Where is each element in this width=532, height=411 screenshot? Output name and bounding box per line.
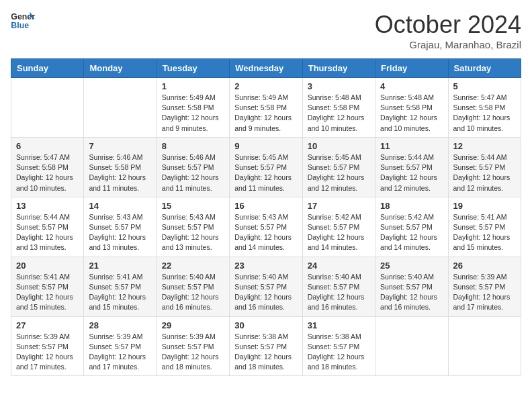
day-number: 2 [234,81,297,91]
calendar-table: SundayMondayTuesdayWednesdayThursdayFrid… [11,58,521,376]
calendar-cell: 18Sunrise: 5:42 AM Sunset: 5:57 PM Dayli… [375,197,448,257]
day-number: 9 [234,141,297,151]
calendar-cell: 11Sunrise: 5:44 AM Sunset: 5:57 PM Dayli… [375,137,448,197]
calendar-cell: 9Sunrise: 5:45 AM Sunset: 5:57 PM Daylig… [230,137,302,197]
day-info: Sunrise: 5:40 AM Sunset: 5:57 PM Dayligh… [308,272,370,313]
day-of-week-header: Thursday [302,59,375,78]
calendar-week-row: 13Sunrise: 5:44 AM Sunset: 5:57 PM Dayli… [11,197,521,257]
day-of-week-header: Monday [84,59,157,78]
calendar-cell: 3Sunrise: 5:48 AM Sunset: 5:58 PM Daylig… [302,78,375,138]
calendar-cell: 7Sunrise: 5:46 AM Sunset: 5:58 PM Daylig… [84,137,157,197]
title-block: October 2024 Grajau, Maranhao, Brazil [375,11,521,50]
day-info: Sunrise: 5:41 AM Sunset: 5:57 PM Dayligh… [16,272,79,313]
calendar-cell: 31Sunrise: 5:38 AM Sunset: 5:57 PM Dayli… [302,316,375,376]
day-number: 21 [89,261,151,271]
day-number: 8 [162,141,224,151]
calendar-cell: 12Sunrise: 5:44 AM Sunset: 5:57 PM Dayli… [448,137,521,197]
calendar-cell: 22Sunrise: 5:40 AM Sunset: 5:57 PM Dayli… [157,257,229,316]
day-number: 26 [453,261,516,271]
calendar-cell: 5Sunrise: 5:47 AM Sunset: 5:58 PM Daylig… [448,78,521,138]
calendar-cell: 1Sunrise: 5:49 AM Sunset: 5:58 PM Daylig… [157,78,229,138]
day-number: 30 [234,320,297,330]
day-number: 16 [234,201,297,211]
day-number: 29 [162,320,224,330]
day-of-week-header: Wednesday [230,59,302,78]
calendar-cell: 23Sunrise: 5:40 AM Sunset: 5:57 PM Dayli… [230,257,302,316]
day-number: 1 [162,81,224,91]
day-info: Sunrise: 5:41 AM Sunset: 5:57 PM Dayligh… [89,272,151,313]
logo-icon: General Blue [11,11,35,31]
day-of-week-header: Tuesday [157,59,229,78]
day-info: Sunrise: 5:39 AM Sunset: 5:57 PM Dayligh… [453,272,516,313]
month-title: October 2024 [375,11,521,39]
day-info: Sunrise: 5:49 AM Sunset: 5:58 PM Dayligh… [234,93,297,134]
calendar-cell: 8Sunrise: 5:46 AM Sunset: 5:57 PM Daylig… [157,137,229,197]
calendar-cell: 14Sunrise: 5:43 AM Sunset: 5:57 PM Dayli… [84,197,157,257]
calendar-cell [11,78,84,138]
day-number: 15 [162,201,224,211]
day-number: 19 [453,201,516,211]
calendar-cell: 20Sunrise: 5:41 AM Sunset: 5:57 PM Dayli… [11,257,84,316]
day-info: Sunrise: 5:40 AM Sunset: 5:57 PM Dayligh… [380,272,443,313]
day-number: 7 [89,141,151,151]
day-info: Sunrise: 5:45 AM Sunset: 5:57 PM Dayligh… [308,152,370,193]
day-info: Sunrise: 5:39 AM Sunset: 5:57 PM Dayligh… [162,332,224,373]
day-number: 13 [16,201,79,211]
logo: General Blue [11,11,35,31]
day-number: 14 [89,201,151,211]
calendar-cell: 28Sunrise: 5:39 AM Sunset: 5:57 PM Dayli… [84,316,157,376]
svg-text:Blue: Blue [11,21,29,30]
calendar-week-row: 20Sunrise: 5:41 AM Sunset: 5:57 PM Dayli… [11,257,521,316]
day-number: 31 [308,320,370,330]
calendar-cell: 6Sunrise: 5:47 AM Sunset: 5:58 PM Daylig… [11,137,84,197]
day-of-week-header: Friday [375,59,448,78]
calendar-week-row: 6Sunrise: 5:47 AM Sunset: 5:58 PM Daylig… [11,137,521,197]
day-number: 6 [16,141,79,151]
day-info: Sunrise: 5:46 AM Sunset: 5:58 PM Dayligh… [89,152,151,193]
page-header: General Blue October 2024 Grajau, Maranh… [11,11,521,50]
day-info: Sunrise: 5:44 AM Sunset: 5:57 PM Dayligh… [380,152,443,193]
calendar-cell: 26Sunrise: 5:39 AM Sunset: 5:57 PM Dayli… [448,257,521,316]
day-info: Sunrise: 5:44 AM Sunset: 5:57 PM Dayligh… [16,212,79,253]
calendar-cell: 27Sunrise: 5:39 AM Sunset: 5:57 PM Dayli… [11,316,84,376]
calendar-cell: 16Sunrise: 5:43 AM Sunset: 5:57 PM Dayli… [230,197,302,257]
day-number: 23 [234,261,297,271]
calendar-week-row: 1Sunrise: 5:49 AM Sunset: 5:58 PM Daylig… [11,78,521,138]
day-number: 11 [380,141,443,151]
day-info: Sunrise: 5:44 AM Sunset: 5:57 PM Dayligh… [453,152,516,193]
calendar-cell: 29Sunrise: 5:39 AM Sunset: 5:57 PM Dayli… [157,316,229,376]
calendar-cell: 24Sunrise: 5:40 AM Sunset: 5:57 PM Dayli… [302,257,375,316]
day-number: 5 [453,81,516,91]
day-of-week-header: Saturday [448,59,521,78]
day-number: 25 [380,261,443,271]
day-info: Sunrise: 5:39 AM Sunset: 5:57 PM Dayligh… [16,332,79,373]
calendar-cell: 13Sunrise: 5:44 AM Sunset: 5:57 PM Dayli… [11,197,84,257]
calendar-cell: 25Sunrise: 5:40 AM Sunset: 5:57 PM Dayli… [375,257,448,316]
calendar-header-row: SundayMondayTuesdayWednesdayThursdayFrid… [11,59,521,78]
day-info: Sunrise: 5:48 AM Sunset: 5:58 PM Dayligh… [380,93,443,134]
day-info: Sunrise: 5:47 AM Sunset: 5:58 PM Dayligh… [453,93,516,134]
day-number: 22 [162,261,224,271]
calendar-cell: 4Sunrise: 5:48 AM Sunset: 5:58 PM Daylig… [375,78,448,138]
day-info: Sunrise: 5:40 AM Sunset: 5:57 PM Dayligh… [234,272,297,313]
day-info: Sunrise: 5:43 AM Sunset: 5:57 PM Dayligh… [234,212,297,253]
day-number: 12 [453,141,516,151]
day-info: Sunrise: 5:45 AM Sunset: 5:57 PM Dayligh… [234,152,297,193]
calendar-cell: 2Sunrise: 5:49 AM Sunset: 5:58 PM Daylig… [230,78,302,138]
location-subtitle: Grajau, Maranhao, Brazil [375,39,521,50]
day-number: 20 [16,261,79,271]
day-number: 4 [380,81,443,91]
calendar-cell: 10Sunrise: 5:45 AM Sunset: 5:57 PM Dayli… [302,137,375,197]
day-number: 18 [380,201,443,211]
day-info: Sunrise: 5:38 AM Sunset: 5:57 PM Dayligh… [308,332,370,373]
day-number: 24 [308,261,370,271]
calendar-cell: 17Sunrise: 5:42 AM Sunset: 5:57 PM Dayli… [302,197,375,257]
day-number: 28 [89,320,151,330]
day-info: Sunrise: 5:43 AM Sunset: 5:57 PM Dayligh… [89,212,151,253]
calendar-week-row: 27Sunrise: 5:39 AM Sunset: 5:57 PM Dayli… [11,316,521,376]
day-number: 10 [308,141,370,151]
calendar-cell: 21Sunrise: 5:41 AM Sunset: 5:57 PM Dayli… [84,257,157,316]
day-info: Sunrise: 5:39 AM Sunset: 5:57 PM Dayligh… [89,332,151,373]
calendar-cell: 30Sunrise: 5:38 AM Sunset: 5:57 PM Dayli… [230,316,302,376]
day-info: Sunrise: 5:46 AM Sunset: 5:57 PM Dayligh… [162,152,224,193]
